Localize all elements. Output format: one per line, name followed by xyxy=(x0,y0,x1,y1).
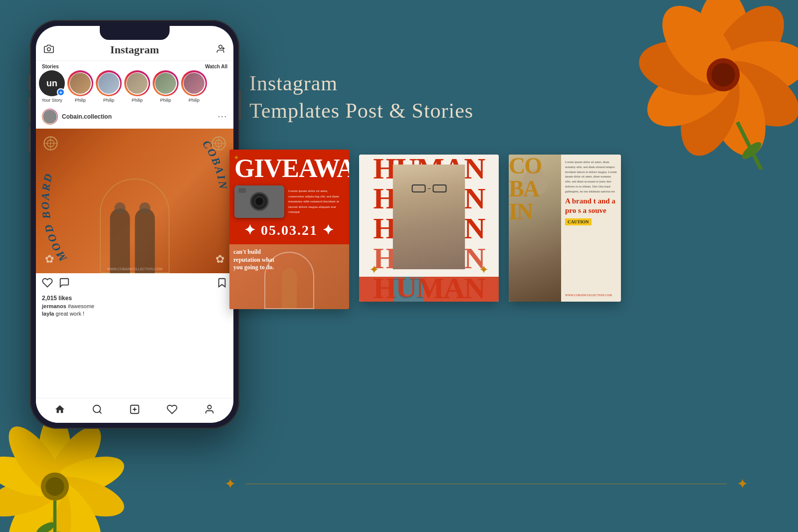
cobain-brand-text: A brand t and a pro s a souve xyxy=(565,196,617,215)
human-face xyxy=(411,172,446,214)
header-line1: Instagram xyxy=(249,70,473,97)
instagram-logo: Instagram xyxy=(110,43,159,56)
cobain-left-text: COBAIN xyxy=(509,155,541,223)
story-item-3[interactable]: Philip xyxy=(124,70,150,103)
story-item-5[interactable]: Philip xyxy=(181,70,207,103)
story-label-3: Philip xyxy=(132,98,143,103)
post-more-button[interactable]: ··· xyxy=(218,112,227,121)
svg-point-0 xyxy=(697,0,750,84)
svg-line-11 xyxy=(738,122,762,170)
bottom-star-left: ✦ xyxy=(224,476,236,492)
camera-icon[interactable] xyxy=(44,44,54,56)
template-card-giveaway: ✦ GIVEAWAY Lorem ipsum dolor sit amet, c… xyxy=(229,150,349,309)
post-caption: jermanos #awesome layla great work ! xyxy=(36,303,233,318)
camera-shape xyxy=(234,185,284,218)
story-label-1: Philip xyxy=(75,98,86,103)
post-image: MOOD BOARD COBAIN xyxy=(36,129,233,273)
svg-point-15 xyxy=(43,449,129,505)
figure-2 xyxy=(135,208,155,273)
home-nav-button[interactable] xyxy=(54,404,65,418)
story-item-1[interactable]: Philip xyxy=(67,70,93,103)
story-avatar-img-2 xyxy=(98,73,119,94)
story-ring-2 xyxy=(96,70,122,96)
svg-line-43 xyxy=(99,411,101,413)
caption-hashtag: #awesome xyxy=(68,303,94,309)
bottom-line xyxy=(246,484,727,484)
instagram-app: Instagram Stories Watch All xyxy=(36,26,233,423)
svg-point-20 xyxy=(0,469,67,525)
svg-text:MOOD BOARD: MOOD BOARD xyxy=(39,171,70,264)
svg-point-17 xyxy=(37,471,111,532)
heart-nav-button[interactable] xyxy=(167,404,178,418)
add-nav-button[interactable] xyxy=(129,404,140,418)
stories-label: Stories xyxy=(42,64,59,69)
glasses xyxy=(411,184,446,192)
svg-point-19 xyxy=(0,471,72,532)
your-story-item[interactable]: un + Your Story xyxy=(39,70,65,103)
profile-nav-button[interactable] xyxy=(204,404,215,418)
svg-point-5 xyxy=(669,57,751,164)
cobain-card-bg: COBAIN Lorem ipsum dolor sit amet, diam … xyxy=(509,155,621,302)
giveaway-figures xyxy=(282,268,297,308)
phone-volume-down-button xyxy=(28,127,30,152)
svg-point-12 xyxy=(740,139,764,162)
like-button[interactable] xyxy=(42,277,53,291)
human-person-bg xyxy=(393,165,465,269)
figure-1 xyxy=(110,208,130,273)
stories-top-bar: Stories Watch All xyxy=(39,63,230,70)
svg-point-9 xyxy=(707,58,740,92)
post-url: WWW.COBAINCOLLECTION.COM xyxy=(107,267,162,271)
giveaway-camera-area: Lorem ipsum dolor sit amet, consectetur … xyxy=(229,183,349,220)
story-ring-inner-3 xyxy=(126,72,149,95)
bottom-star-right: ✦ xyxy=(737,476,748,492)
svg-point-16 xyxy=(43,469,129,525)
story-label-5: Philip xyxy=(189,98,200,103)
flower-orange-decoration xyxy=(628,0,798,170)
post-username[interactable]: Cobain.collection xyxy=(62,113,214,120)
human-bottom-bar: HUMAN xyxy=(359,277,499,302)
story-avatar-img-4 xyxy=(155,73,176,94)
svg-point-7 xyxy=(635,34,737,102)
svg-point-24 xyxy=(45,477,64,496)
svg-point-21 xyxy=(0,449,67,505)
post-actions xyxy=(36,273,233,295)
your-story-avatar: un + xyxy=(39,70,65,96)
glasses-bridge xyxy=(427,188,430,189)
svg-point-42 xyxy=(93,405,101,412)
story-avatar-img-5 xyxy=(184,73,204,94)
human-photo-frame xyxy=(393,165,465,269)
giveaway-quote: can't build reputation what you going to… xyxy=(233,248,283,272)
svg-point-10 xyxy=(711,63,735,87)
story-avatar-img-1 xyxy=(70,73,91,94)
svg-point-14 xyxy=(37,418,111,502)
giveaway-date: ✦ 05.03.21 ✦ xyxy=(229,220,349,240)
watch-all-label[interactable]: Watch All xyxy=(205,64,227,69)
comment-button[interactable] xyxy=(59,277,70,291)
template-cards-section: ✦ GIVEAWAY Lorem ipsum dolor sit amet, c… xyxy=(229,150,621,309)
story-item-4[interactable]: Philip xyxy=(153,70,179,103)
cobain-right-content: Lorem ipsum dolor sit amet, diam nonumy … xyxy=(561,155,621,302)
camera-lens xyxy=(250,192,269,211)
add-friend-icon[interactable] xyxy=(215,44,225,56)
cobain-statue-area: COBAIN xyxy=(509,155,561,302)
giveaway-title: GIVEAWAY xyxy=(229,150,349,183)
giveaway-figure xyxy=(282,268,297,308)
giveaway-card-bg: ✦ GIVEAWAY Lorem ipsum dolor sit amet, c… xyxy=(229,150,349,309)
svg-point-4 xyxy=(695,57,777,164)
story-ring-5 xyxy=(181,70,207,96)
svg-point-6 xyxy=(636,47,745,140)
search-nav-button[interactable] xyxy=(92,404,103,418)
story-item-2[interactable]: Philip xyxy=(96,70,122,103)
figures-group xyxy=(110,208,155,273)
svg-point-8 xyxy=(648,0,749,99)
phone-volume-up-button xyxy=(28,97,30,122)
bottom-decoration: ✦ ✦ xyxy=(224,476,748,492)
human-card-bg: HUMAN HUMAN HUMAN HUMAN HUMAN xyxy=(359,155,499,302)
figure-2-head xyxy=(140,202,151,213)
phone-power-button xyxy=(239,90,241,120)
header-title: Instagram Templates Post & Stories xyxy=(249,70,473,124)
bookmark-button[interactable] xyxy=(216,277,227,291)
story-label-2: Philip xyxy=(103,98,114,103)
figure-1-head xyxy=(115,202,126,213)
caution-badge: CAUTION xyxy=(565,218,592,225)
